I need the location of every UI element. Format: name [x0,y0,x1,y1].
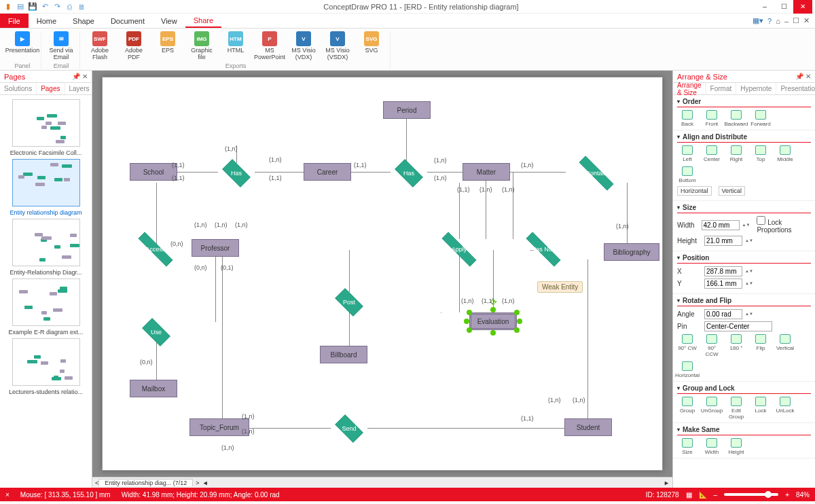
zoom-slider[interactable] [724,493,778,496]
selection-handle[interactable] [464,319,469,324]
entity-student[interactable]: Student [564,418,612,436]
selection-handle[interactable] [517,319,522,324]
page-thumbnail[interactable]: Entity relationship diagram [5,159,87,216]
page-thumbnail[interactable]: Example E-R diagram ext... [5,278,87,336]
lock-proportions-checkbox[interactable] [757,216,765,225]
x-input[interactable] [704,266,742,276]
spinner-icon[interactable]: ▲▼ [745,282,753,285]
pin-icon[interactable]: 📌 ✕ [72,73,88,80]
dropdown-icon[interactable]: ▦▾ [753,16,763,25]
unlock-button[interactable]: UnLock [775,397,795,420]
selection-handle[interactable] [490,330,496,336]
qat-undo-icon[interactable]: ↶ [39,1,50,12]
selection-handle[interactable] [514,327,520,333]
spinner-icon[interactable]: ▲▼ [742,223,750,227]
entity-period[interactable]: Period [383,101,431,119]
document-tab[interactable]: Entity relationship diag... (7/12 [98,479,193,486]
relationship-has1[interactable]: Has [218,163,255,183]
relationship-send[interactable]: Send [331,418,367,439]
height-input[interactable] [704,236,742,246]
y-input[interactable] [704,278,742,289]
height-button[interactable]: Height [726,438,746,455]
tab-layers[interactable]: Layers [65,83,94,94]
ribbon-export-v[interactable]: VMS Visio (VDX) [289,31,318,61]
page-thumbnails[interactable]: Electronic Facsimile Coll...Entity relat… [0,95,92,488]
ribbon-presentation[interactable]: ▶ Presentation [8,31,37,54]
ungroup-button[interactable]: UnGroup [702,397,722,420]
close2-icon[interactable]: ✕ [803,16,810,25]
width-input[interactable] [702,220,740,230]
angle-input[interactable] [704,309,742,319]
group-button[interactable]: Group [677,397,698,420]
ribbon-export-v[interactable]: VMS Visio (VSDX) [323,31,352,61]
entity-bibliography[interactable]: Bibliography [604,243,659,261]
lock-button[interactable]: Lock [750,397,771,420]
pin-icon[interactable]: 📌 ✕ [795,73,811,80]
close-button[interactable]: ✕ [793,0,812,14]
horizontal-button[interactable]: Horizontal [677,361,698,378]
qat-recent-icon[interactable]: 🗎 [76,1,87,12]
zoom-out-icon[interactable]: – [714,491,718,499]
ribbon-export-html[interactable]: HTMHTML [221,31,250,61]
status-close-icon[interactable]: × [5,491,10,499]
entity-topic[interactable]: Topic_Forum [189,418,249,436]
ruler-icon[interactable]: 📐 [699,491,707,499]
selection-handle[interactable] [467,327,472,333]
entity-school[interactable]: School [130,163,177,181]
menu-document[interactable]: Document [103,14,153,28]
ribbon-export-pdf[interactable]: PDFAdobe PDF [120,31,148,61]
right-button[interactable]: Right [726,145,746,162]
hscroll-left-icon[interactable]: ◄ [202,480,209,486]
menu-home[interactable]: Home [29,14,65,28]
menu-share[interactable]: Share [185,14,221,28]
flip-button[interactable]: Flip [750,334,771,357]
page-thumbnail[interactable]: Entity-Relationship Diagr... [5,219,87,276]
home-icon[interactable]: ⌂ [776,17,780,25]
spinner-icon[interactable]: ▲▼ [745,312,753,316]
min2-icon[interactable]: – [784,17,789,25]
top-button[interactable]: Top [750,145,771,162]
canvas-scroll[interactable]: PeriodSchoolCareerMatterProfessorBibliog… [92,71,672,477]
edit-group-button[interactable]: Edit Group [726,397,746,420]
grid-icon[interactable]: ▦ [686,491,692,499]
diagram-canvas[interactable]: PeriodSchoolCareerMatterProfessorBibliog… [102,77,663,471]
tab-hypernote[interactable]: Hypernote [736,83,776,94]
-ccw-button[interactable]: 90° CCW [702,334,722,357]
-cw-button[interactable]: 90° CW [677,334,698,357]
distribute-h[interactable]: Horizontal [677,186,712,196]
selection-handle[interactable] [490,307,496,312]
selection-handle[interactable] [514,310,520,315]
pin-select[interactable] [704,321,772,331]
--button[interactable]: 180 ° [726,334,746,357]
forward-button[interactable]: Forward [750,110,771,127]
relationship-notes[interactable]: It Has Notes [513,239,574,259]
ribbon-export-svg[interactable]: SVGSVG [357,31,386,61]
page-thumbnail[interactable]: Electronic Facsimile Coll... [5,99,87,156]
qat-save-icon[interactable]: 💾 [27,1,38,12]
entity-evaluation[interactable]: Evaluation [469,312,517,330]
qat-new-icon[interactable]: ▮ [3,1,14,12]
tab-format[interactable]: Format [706,83,737,94]
qat-open-icon[interactable]: ▤ [15,1,26,12]
qat-redo-icon[interactable]: ↷ [52,1,62,12]
entity-professor[interactable]: Professor [192,239,239,257]
bottom-button[interactable]: Bottom [677,166,698,183]
backward-button[interactable]: Backward [726,110,746,127]
ribbon-export-img[interactable]: IMGGraphic file [187,31,216,61]
qat-print-icon[interactable]: ⎙ [64,1,75,12]
ribbon-export-eps[interactable]: EPSEPS [153,31,182,61]
tab-pages[interactable]: Pages [37,83,65,94]
help-icon[interactable]: ? [767,17,772,25]
spinner-icon[interactable]: ▲▼ [745,239,753,242]
menu-view[interactable]: View [153,14,185,28]
relationship-has2[interactable]: Has [391,163,427,183]
relationship-apply[interactable]: Apply [429,239,490,259]
max2-icon[interactable]: ☐ [793,16,799,25]
ribbon-export-p[interactable]: PMS PowerPoint [255,31,284,61]
ribbon-send-email[interactable]: ✉ Send via Email [47,31,75,61]
zoom-in-icon[interactable]: + [785,491,789,499]
tab-presentation[interactable]: Presentation [776,83,815,94]
tab-arrange[interactable]: Arrange & Size [673,83,706,94]
menu-shape[interactable]: Shape [65,14,103,28]
page-thumbnail[interactable]: Lecturers-students relatio... [5,338,87,395]
